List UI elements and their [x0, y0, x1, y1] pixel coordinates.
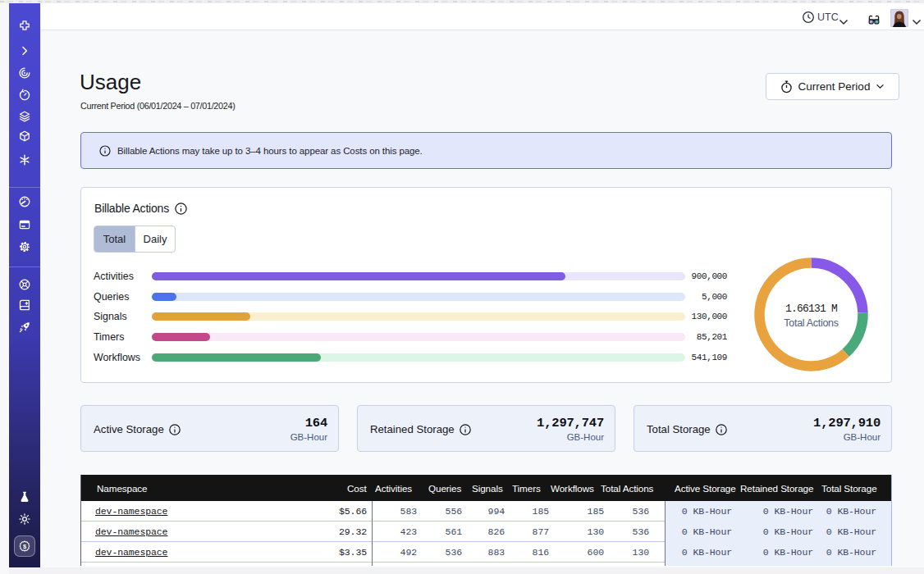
svg-text:$: $	[23, 543, 27, 550]
